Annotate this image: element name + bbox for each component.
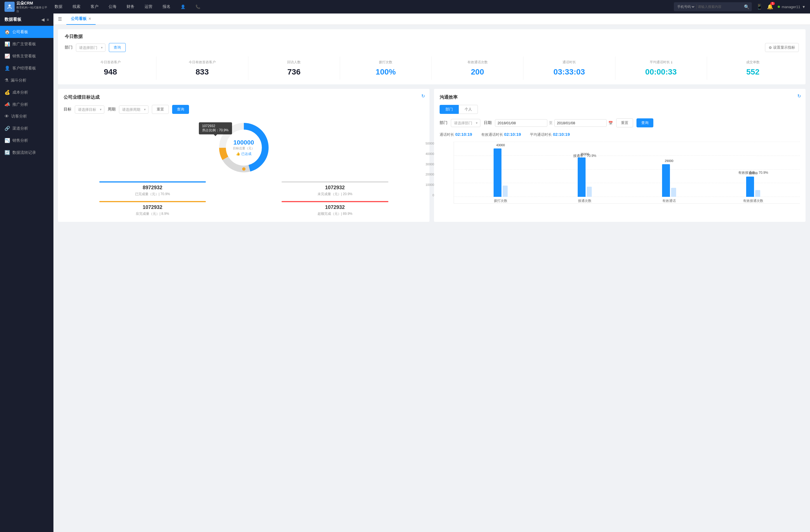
y-label-10000: 10000 bbox=[425, 183, 434, 186]
stat-over-complete: 1072932 超额完成（元）| 89.9% bbox=[246, 201, 424, 216]
period-select[interactable]: 请选择周期 bbox=[119, 105, 148, 114]
stat-effective-calls-value: 200 bbox=[434, 67, 521, 77]
bar-connect-x-label: 接通次数 bbox=[578, 199, 592, 203]
search-type-select[interactable]: 手机号码 bbox=[676, 4, 695, 9]
sidebar-item-company[interactable]: 🏠 公司看板 bbox=[0, 26, 53, 38]
sidebar-item-company-label: 公司看板 bbox=[12, 30, 28, 35]
bar-connect-secondary bbox=[587, 187, 592, 197]
bar-group-connect-bars: 35000 bbox=[578, 157, 592, 197]
stat-deals: 成交单数 552 bbox=[707, 56, 799, 80]
online-indicator bbox=[778, 6, 780, 8]
sidebar-item-sales-label: 销售分析 bbox=[12, 138, 28, 143]
goal-select-wrap: 请选择目标 bbox=[75, 105, 104, 114]
eff-query-button[interactable]: 查询 bbox=[636, 118, 653, 127]
should-complete-value: 1072932 bbox=[64, 204, 242, 210]
sidebar-item-sales[interactable]: 📉 销售分析 bbox=[0, 134, 53, 147]
bar-eff-connect-main-label: 18000 bbox=[746, 171, 760, 175]
donut-center-value: 100000 bbox=[233, 139, 255, 146]
donut-chart-area: 1072932 所占比例：70.9% bbox=[64, 119, 424, 176]
bottom-panels: 公司业绩目标达成 ↻ 目标 请选择目标 周期 请选择周期 bbox=[58, 89, 806, 222]
sidebar-item-sales-mgr[interactable]: 📈 销售主管看板 bbox=[0, 50, 53, 62]
sidebar-item-channel[interactable]: 🔗 渠道分析 bbox=[0, 122, 53, 134]
y-label-30000: 30000 bbox=[425, 163, 434, 166]
notification-icon[interactable]: 🔔 5 bbox=[767, 4, 773, 10]
efficiency-refresh-icon[interactable]: ↻ bbox=[797, 93, 801, 99]
dept-select[interactable]: 请选择部门 bbox=[76, 44, 106, 52]
bar-group-connect: 接通率：70.9% 35000 接通次数 bbox=[543, 142, 627, 203]
sidebar-item-visitor[interactable]: 👁 访客分析 bbox=[0, 111, 53, 122]
stat-incomplete: 1072932 未完成量（元）| 20.9% bbox=[246, 181, 424, 197]
sidebar-item-funnel[interactable]: ⚗ 漏斗分析 bbox=[0, 74, 53, 86]
eff-effective-talk: 有效通话时长 02:10:19 bbox=[481, 132, 521, 137]
nav-item-profile-icon[interactable]: 👤 bbox=[176, 0, 190, 14]
goal-select[interactable]: 请选择目标 bbox=[75, 105, 104, 114]
bar-eff-connect-x-label: 有效接通次数 bbox=[743, 199, 763, 203]
search-input[interactable] bbox=[698, 5, 743, 9]
eff-dept-label: 部门 bbox=[440, 120, 448, 126]
date-to-input[interactable] bbox=[554, 119, 607, 127]
settings-display-button[interactable]: ⚙ 设置显示指标 bbox=[765, 43, 799, 52]
nav-item-phone-icon[interactable]: 📞 bbox=[190, 0, 205, 14]
sidebar-item-sales-mgr-label: 销售主管看板 bbox=[12, 54, 36, 59]
sidebar-item-promo-mgr[interactable]: 📊 推广主管看板 bbox=[0, 38, 53, 50]
date-from-input[interactable] bbox=[495, 119, 547, 127]
stat-dial-count-label: 拨打次数 bbox=[342, 60, 429, 65]
nav-item-sea[interactable]: 公海 bbox=[103, 0, 122, 14]
settings-label: 设置显示指标 bbox=[773, 45, 795, 50]
nav-item-signup[interactable]: 报名 bbox=[158, 0, 176, 14]
eff-dept-select[interactable]: 请选择部门 bbox=[451, 119, 480, 127]
stat-dial-count-value: 100% bbox=[342, 67, 429, 77]
bar-group-effective-bars: 29000 bbox=[662, 164, 676, 197]
bar-dial-x-label: 拨打次数 bbox=[494, 199, 507, 203]
nav-item-data[interactable]: 数据 bbox=[49, 0, 67, 14]
stat-effective-consult-value: 833 bbox=[159, 67, 245, 77]
sidebar-item-channel-label: 渠道分析 bbox=[12, 126, 28, 131]
period-select-wrap: 请选择周期 bbox=[119, 105, 148, 114]
goal-reset-button[interactable]: 重置 bbox=[152, 105, 169, 114]
goal-panel-title: 公司业绩目标达成 bbox=[64, 95, 424, 100]
calendar-icon[interactable]: 📅 bbox=[608, 121, 613, 125]
goal-refresh-icon[interactable]: ↻ bbox=[421, 93, 425, 99]
stat-avg-talk: 平均通话时长 ℹ 00:00:33 bbox=[615, 56, 707, 80]
incomplete-value: 1072932 bbox=[246, 185, 424, 190]
tab-close-icon[interactable]: ✕ bbox=[88, 17, 91, 21]
notification-badge: 5 bbox=[770, 2, 775, 5]
nav-item-customers[interactable]: 客户 bbox=[85, 0, 103, 14]
over-complete-label: 超额完成（元）| 89.9% bbox=[246, 212, 424, 216]
eff-avg-talk-value: 02:10:19 bbox=[553, 132, 570, 137]
customer-mgr-icon: 👤 bbox=[4, 66, 10, 71]
stat-deals-label: 成交单数 bbox=[709, 60, 796, 65]
tab-btn-personal[interactable]: 个人 bbox=[459, 105, 478, 114]
tab-company-board[interactable]: 公司看板 ✕ bbox=[66, 14, 96, 25]
mobile-icon[interactable]: 📱 bbox=[756, 4, 762, 10]
goal-query-button[interactable]: 查询 bbox=[172, 105, 189, 114]
tab-bar: ☰ 公司看板 ✕ bbox=[53, 14, 810, 25]
sidebar-item-promo-label: 推广分析 bbox=[12, 102, 28, 107]
nav-item-leads[interactable]: 线索 bbox=[67, 0, 85, 14]
goal-label: 目标 bbox=[64, 107, 71, 112]
sidebar-expand-icon[interactable]: ≡ bbox=[47, 17, 49, 22]
search-icon[interactable]: 🔍 bbox=[744, 4, 749, 10]
bar-effective-x-label: 有效通话 bbox=[662, 199, 676, 203]
sidebar-item-customer-mgr[interactable]: 👤 客户经理看板 bbox=[0, 62, 53, 74]
sidebar-item-data-flow[interactable]: 🔄 数据流转记录 bbox=[0, 147, 53, 159]
sidebar-item-promo[interactable]: 📣 推广分析 bbox=[0, 98, 53, 111]
nav-item-finance[interactable]: 财务 bbox=[122, 0, 140, 14]
tab-btn-dept[interactable]: 部门 bbox=[440, 105, 459, 114]
bar-connect-main bbox=[578, 157, 586, 197]
date-range: 至 📅 bbox=[495, 119, 613, 127]
eff-reset-button[interactable]: 重置 bbox=[616, 118, 633, 127]
today-query-button[interactable]: 查询 bbox=[109, 43, 126, 52]
stat-revisit-label: 回访人数 bbox=[250, 60, 338, 65]
sidebar-item-cost[interactable]: 💰 成本分析 bbox=[0, 86, 53, 98]
stat-dial-count: 拨打次数 100% bbox=[340, 56, 432, 80]
data-flow-icon: 🔄 bbox=[4, 150, 10, 155]
tab-toggle-icon[interactable]: ☰ bbox=[58, 16, 62, 22]
user-info[interactable]: manager11 ▼ bbox=[778, 5, 806, 9]
bar-chart: 43000 拨打次数 接通率：70.9% 35000 bbox=[454, 142, 800, 203]
user-dropdown-icon[interactable]: ▼ bbox=[802, 5, 806, 9]
nav-item-ops[interactable]: 运营 bbox=[140, 0, 158, 14]
bar-eff-connect-secondary bbox=[755, 190, 760, 197]
sidebar-collapse-icon[interactable]: ◀ bbox=[41, 17, 45, 22]
promo-icon: 📣 bbox=[4, 102, 10, 107]
